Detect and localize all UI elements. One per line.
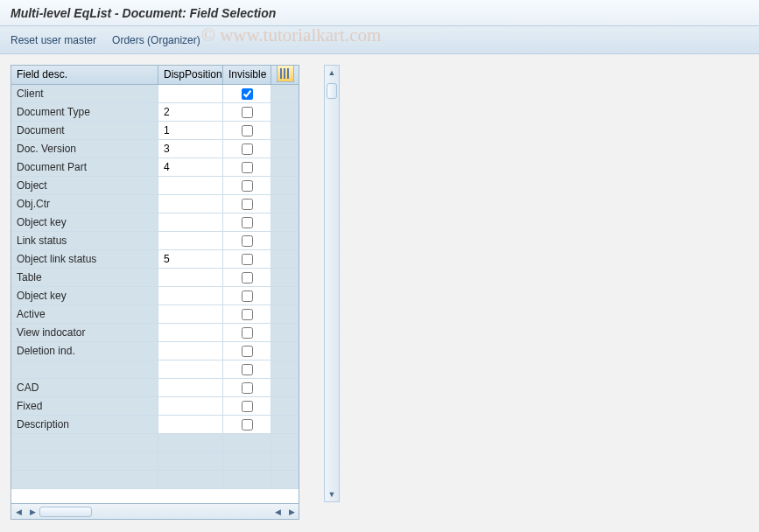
cell-disp-position[interactable] xyxy=(158,342,223,360)
cell-invisible xyxy=(223,269,271,286)
invisible-checkbox[interactable] xyxy=(242,401,253,412)
scroll-down-icon[interactable]: ▼ xyxy=(325,487,339,501)
cell-extra xyxy=(271,122,299,139)
invisible-checkbox[interactable] xyxy=(242,144,253,155)
empty-cell xyxy=(11,471,158,488)
cell-invisible xyxy=(223,85,271,102)
cell-invisible xyxy=(223,342,271,360)
cell-disp-position[interactable] xyxy=(158,232,223,249)
h-scroll-thumb[interactable] xyxy=(39,507,92,517)
cell-disp-position[interactable] xyxy=(158,397,223,415)
table-row[interactable]: Table xyxy=(11,269,299,287)
empty-cell xyxy=(158,471,223,488)
table-row[interactable] xyxy=(11,360,299,379)
invisible-checkbox[interactable] xyxy=(242,346,253,357)
table-row[interactable]: Document Type2 xyxy=(11,103,299,122)
cell-extra xyxy=(271,232,299,249)
table-config-cell xyxy=(271,66,299,84)
scroll-up-icon[interactable]: ▲ xyxy=(325,66,339,80)
scroll-left-end-icon[interactable]: ◀ xyxy=(271,505,285,519)
invisible-checkbox[interactable] xyxy=(242,107,253,118)
cell-disp-position[interactable] xyxy=(158,360,223,378)
cell-disp-position[interactable]: 5 xyxy=(158,250,223,268)
cell-invisible xyxy=(223,324,271,341)
cell-disp-position[interactable]: 1 xyxy=(158,122,223,139)
table-row[interactable]: Active xyxy=(11,305,299,324)
cell-disp-position[interactable]: 3 xyxy=(158,140,223,158)
reset-user-master-button[interactable]: Reset user master xyxy=(11,34,96,46)
cell-extra xyxy=(271,158,299,176)
table-row[interactable]: Object key xyxy=(11,214,299,232)
col-header-disp-position[interactable]: DispPosition xyxy=(158,66,223,84)
table-row[interactable]: Fixed xyxy=(11,397,299,416)
scroll-right-inner-icon[interactable]: ▶ xyxy=(25,505,39,519)
toolbar: Reset user master Orders (Organizer) xyxy=(0,26,759,54)
invisible-checkbox[interactable] xyxy=(242,235,253,247)
table-row[interactable]: CAD xyxy=(11,379,299,397)
vertical-scrollbar[interactable]: ▲ ▼ xyxy=(324,65,340,502)
scroll-left-icon[interactable]: ◀ xyxy=(11,505,25,519)
table-row[interactable]: Object key xyxy=(11,287,299,305)
table-row[interactable]: Object xyxy=(11,177,299,195)
scroll-right-end-icon[interactable]: ▶ xyxy=(285,505,299,519)
cell-disp-position[interactable] xyxy=(158,85,223,102)
invisible-checkbox[interactable] xyxy=(242,162,253,173)
horizontal-scrollbar[interactable]: ◀ ▶ ◀ ▶ xyxy=(11,503,299,519)
table-row[interactable]: Deletion ind. xyxy=(11,342,299,360)
invisible-checkbox[interactable] xyxy=(242,199,253,210)
orders-organizer-button[interactable]: Orders (Organizer) xyxy=(112,34,200,46)
cell-field-desc: Description xyxy=(11,416,158,433)
col-header-field-desc[interactable]: Field desc. xyxy=(11,66,158,84)
invisible-checkbox[interactable] xyxy=(242,290,253,302)
invisible-checkbox[interactable] xyxy=(242,364,253,375)
invisible-checkbox[interactable] xyxy=(242,272,253,284)
table-settings-icon[interactable] xyxy=(277,65,294,82)
cell-extra xyxy=(271,360,299,378)
table-row[interactable]: Document Part4 xyxy=(11,158,299,177)
invisible-checkbox[interactable] xyxy=(242,125,253,136)
cell-extra xyxy=(271,324,299,341)
invisible-checkbox[interactable] xyxy=(242,254,253,265)
col-header-invisible[interactable]: Invisible xyxy=(223,66,271,84)
cell-disp-position[interactable] xyxy=(158,379,223,396)
table-row[interactable]: Obj.Ctr xyxy=(11,195,299,214)
invisible-checkbox[interactable] xyxy=(242,419,253,430)
cell-disp-position[interactable]: 4 xyxy=(158,158,223,176)
cell-disp-position[interactable] xyxy=(158,214,223,231)
invisible-checkbox[interactable] xyxy=(242,382,253,394)
cell-disp-position[interactable] xyxy=(158,416,223,433)
cell-disp-position[interactable]: 2 xyxy=(158,103,223,121)
invisible-checkbox[interactable] xyxy=(242,309,253,320)
cell-disp-position[interactable] xyxy=(158,177,223,194)
cell-invisible xyxy=(223,214,271,231)
table-row[interactable]: Document1 xyxy=(11,122,299,140)
table-row[interactable]: Description xyxy=(11,416,299,434)
cell-invisible xyxy=(223,287,271,304)
invisible-checkbox[interactable] xyxy=(242,217,253,228)
cell-disp-position[interactable] xyxy=(158,324,223,341)
table-row[interactable]: Doc. Version3 xyxy=(11,140,299,158)
cell-disp-position[interactable] xyxy=(158,287,223,304)
invisible-checkbox[interactable] xyxy=(242,88,253,100)
cell-field-desc: Doc. Version xyxy=(11,140,158,158)
table-row[interactable]: Client xyxy=(11,85,299,103)
table-row[interactable]: View indocator xyxy=(11,324,299,342)
invisible-checkbox[interactable] xyxy=(242,327,253,339)
table-row[interactable]: Object link status5 xyxy=(11,250,299,269)
invisible-checkbox[interactable] xyxy=(242,180,253,192)
table-body: ClientDocument Type2Document1Doc. Versio… xyxy=(11,85,299,503)
table-row-empty xyxy=(11,434,299,452)
cell-extra xyxy=(271,397,299,415)
table-header-row: Field desc. DispPosition Invisible xyxy=(11,66,299,85)
v-scroll-track[interactable] xyxy=(325,102,339,487)
v-scroll-thumb[interactable] xyxy=(327,83,337,99)
cell-invisible xyxy=(223,416,271,433)
cell-disp-position[interactable] xyxy=(158,269,223,286)
cell-disp-position[interactable] xyxy=(158,305,223,323)
empty-cell xyxy=(158,452,223,470)
cell-field-desc: Fixed xyxy=(11,397,158,415)
table-row[interactable]: Link status xyxy=(11,232,299,250)
content-area: Field desc. DispPosition Invisible Clien… xyxy=(0,54,759,530)
cell-disp-position[interactable] xyxy=(158,195,223,213)
cell-field-desc: Document Part xyxy=(11,158,158,176)
